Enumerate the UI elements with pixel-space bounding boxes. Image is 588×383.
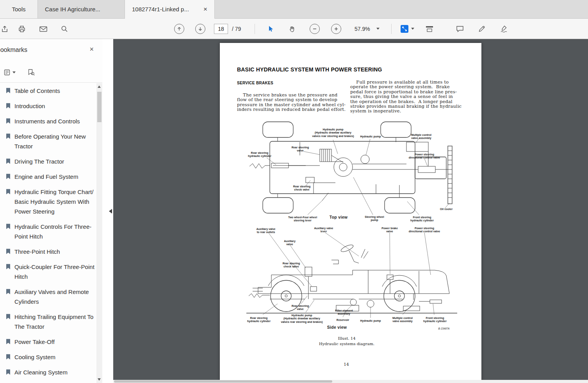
diagram-label: Oil cooler — [440, 208, 453, 211]
bookmark-label: Before Operating Your New Tractor — [14, 132, 95, 151]
bookmarks-scrollbar[interactable] — [96, 83, 102, 383]
bookmarks-toolbar — [0, 62, 102, 83]
scroll-up-arrow-icon[interactable] — [98, 86, 101, 88]
diagram-label: Auxiliary valve — [284, 240, 296, 246]
body-text-left-column: The service brakes use the pressure and … — [237, 93, 346, 112]
toolbar-left-group — [0, 19, 68, 39]
collapse-panel-button[interactable] — [109, 209, 112, 214]
diagram-label: Auxiliary valve to rear outlets — [256, 228, 275, 234]
bookmark-item[interactable]: Before Operating Your New Tractor — [0, 129, 96, 154]
bookmark-label: Three-Point Hitch — [14, 247, 60, 257]
scroll-down-arrow-icon[interactable] — [98, 378, 101, 381]
bookmark-item[interactable]: Cooling System — [0, 349, 96, 365]
bookmark-icon — [5, 312, 11, 331]
horizontal-scrollbar[interactable] — [113, 380, 588, 383]
fit-page-button[interactable] — [400, 25, 409, 33]
bookmark-item[interactable]: Engine and Fuel System — [0, 169, 96, 184]
page-number: 14 — [337, 362, 356, 367]
pdf-canvas: BASIC HYDRAULIC SYSTEM WITH POWER STEERI… — [113, 39, 588, 383]
bookmark-search-button[interactable] — [27, 69, 35, 77]
bookmark-icon — [5, 132, 11, 151]
bookmark-icon — [5, 367, 11, 377]
page-number-input[interactable] — [214, 24, 228, 34]
panel-collapse-strip — [102, 39, 113, 383]
acrobat-window: Tools Case IH Agriculture... 1082774r1-L… — [0, 0, 588, 383]
section-heading: SERVICE BRAKES — [237, 81, 273, 85]
illustration-number: Illust. 14 — [312, 336, 382, 341]
diagram-label: Front steering hydraulic cylinder — [410, 216, 434, 223]
tab-active-document[interactable]: 1082774r1-Linked p... × — [125, 0, 215, 19]
bookmark-icon — [5, 187, 11, 216]
bookmark-icon — [5, 262, 11, 281]
hand-tool-icon[interactable] — [288, 25, 296, 33]
zoom-in-button[interactable] — [331, 24, 341, 34]
bookmarks-list: Table of ContentsIntroductionInstruments… — [0, 83, 96, 383]
bookmark-item[interactable]: Hitching Trailing Equipment To The Tract… — [0, 309, 96, 334]
illustration-caption: Illust. 14 Hydraulic systems diagram. — [312, 336, 382, 347]
toolbar: / 79 57.9% — [0, 19, 588, 39]
fit-options-caret-icon[interactable] — [411, 28, 414, 30]
diagram-label: Multiple control valve assembly — [392, 317, 413, 323]
diagram-label: Rear steering hydraulic cylinder — [247, 317, 271, 323]
bookmark-item[interactable]: Power Take-Off — [0, 334, 96, 349]
display-mode-button[interactable] — [425, 25, 434, 33]
bookmark-icon — [5, 157, 11, 166]
diagram-label: Power steering directional control valve — [409, 227, 440, 233]
bookmark-item[interactable]: Instruments and Controls — [0, 114, 96, 129]
bookmark-item[interactable]: Introduction — [0, 98, 96, 114]
diagram-label: Two wheel-Four wheel steering lever — [288, 216, 317, 223]
toolbar-separator — [391, 24, 392, 34]
bookmark-label: Introduction — [14, 101, 45, 111]
bookmark-item[interactable]: Auxiliary Valves and Remote Cylinders — [0, 284, 96, 309]
bookmark-label: Air Cleaning System — [14, 367, 68, 377]
email-icon[interactable] — [39, 25, 48, 33]
print-icon[interactable] — [18, 25, 26, 33]
diagram-label: Hydraulic pump — [360, 319, 381, 322]
page-up-button[interactable] — [174, 24, 184, 34]
bookmark-icon — [5, 352, 11, 362]
share-icon[interactable] — [1, 25, 9, 33]
bookmark-label: Instruments and Controls — [14, 116, 80, 126]
body-text-right-column: Full pressure is available at all times … — [350, 80, 461, 114]
diagram-label: Hydraulic pump (Hydraulic drawbar auxili… — [281, 314, 323, 324]
diagram-label: Reservoir — [337, 319, 349, 322]
page-down-button[interactable] — [195, 24, 205, 34]
content-area: Bookmarks × Table of ContentsIntroductio… — [0, 39, 588, 383]
tab-tools[interactable]: Tools — [0, 0, 38, 18]
illustration-caption-text: Hydraulic systems diagram. — [312, 341, 382, 347]
comment-tool-button[interactable] — [456, 25, 464, 33]
diagram-label: Hydraulic pump (Hydraulic drawbar auxili… — [312, 128, 354, 138]
bookmark-options-button[interactable] — [4, 69, 16, 76]
scrollbar-thumb[interactable] — [97, 92, 102, 122]
draw-sign-button[interactable] — [500, 25, 508, 33]
bookmark-label: Auxiliary Valves and Remote Cylinders — [14, 287, 95, 306]
bookmark-item[interactable]: Quick-Coupler For Three-Point Hitch — [0, 259, 96, 284]
search-icon[interactable] — [61, 25, 68, 33]
bookmark-item[interactable]: Hydraulic Fitting Torque Chart/ Basic Hy… — [0, 184, 96, 219]
hydraulic-systems-diagram: Hydraulic pump (Hydraulic drawbar auxili… — [235, 119, 470, 332]
diagram-label: Auxiliary valve lever — [314, 227, 333, 233]
zoom-level-dropdown[interactable]: 57.9% — [355, 26, 380, 32]
bookmark-item[interactable]: Hydraulic Controls For Three-Point Hitch — [0, 219, 96, 244]
select-tool-icon[interactable] — [267, 25, 274, 33]
close-tab-icon[interactable]: × — [203, 6, 207, 12]
diagram-label: Steering wheel pump — [365, 216, 384, 222]
bookmarks-panel: Bookmarks × Table of ContentsIntroductio… — [0, 39, 102, 383]
horizontal-scrollbar-thumb[interactable] — [114, 380, 332, 383]
diagram-label: Rear steering valve — [292, 146, 309, 153]
bookmark-item[interactable]: Three-Point Hitch — [0, 244, 96, 259]
bookmark-label: Driving The Tractor — [14, 157, 64, 166]
bookmark-label: Hitching Trailing Equipment To The Tract… — [14, 312, 95, 331]
bookmark-item[interactable]: Electrical System — [0, 380, 96, 383]
bookmark-label: Table of Contents — [14, 86, 60, 96]
zoom-out-button[interactable] — [310, 24, 320, 34]
diagram-label: Power brake valve — [381, 227, 398, 233]
bookmark-icon — [5, 337, 11, 347]
fill-sign-button[interactable] — [478, 25, 486, 33]
tab-case-ih-document[interactable]: Case IH Agriculture... — [38, 0, 125, 18]
close-bookmarks-icon[interactable]: × — [89, 46, 94, 53]
bookmark-item[interactable]: Air Cleaning System — [0, 365, 96, 380]
bookmark-item[interactable]: Driving The Tractor — [0, 154, 96, 169]
bookmark-item[interactable]: Table of Contents — [0, 83, 96, 98]
bookmark-icon — [5, 86, 11, 96]
